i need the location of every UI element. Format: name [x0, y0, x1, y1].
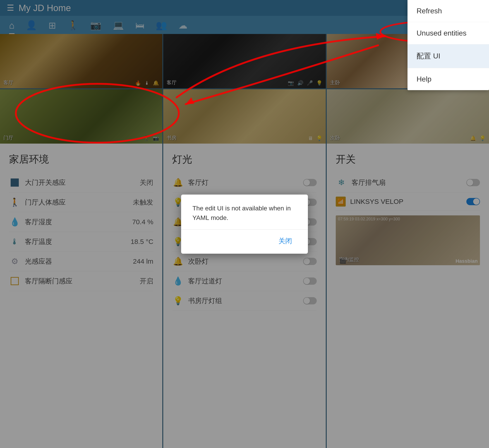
dropdown-menu: Refresh Unused entities 配置 UI Help: [408, 0, 489, 90]
dialog-close-button[interactable]: 关闭: [274, 233, 297, 249]
dropdown-refresh[interactable]: Refresh: [408, 0, 489, 22]
dialog-message: The edit UI is not available when in YAM…: [192, 204, 297, 223]
dropdown-unused-entities[interactable]: Unused entities: [408, 22, 489, 44]
dropdown-help[interactable]: Help: [408, 68, 489, 90]
dialog: The edit UI is not available when in YAM…: [181, 195, 308, 254]
dialog-actions: 关闭: [192, 230, 297, 249]
dropdown-configure-ui[interactable]: 配置 UI: [408, 44, 489, 68]
